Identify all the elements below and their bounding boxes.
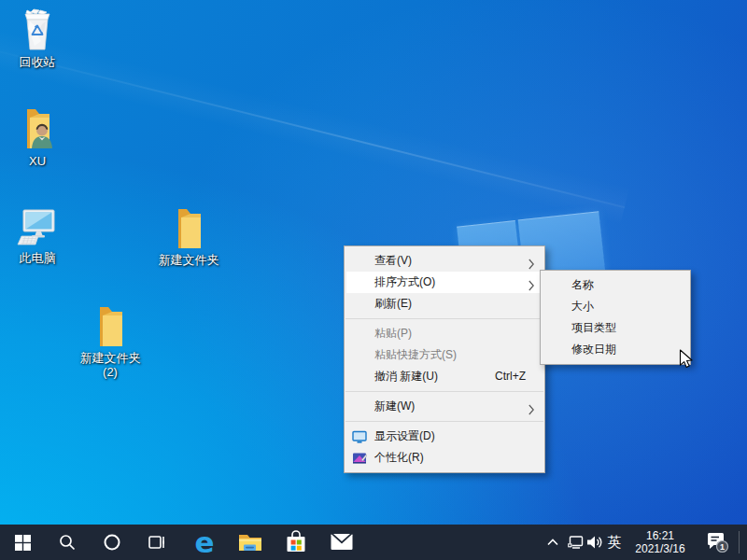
- desktop-icon-recycle-bin[interactable]: 回收站: [2, 7, 73, 69]
- start-button[interactable]: [2, 525, 43, 560]
- search-button[interactable]: [47, 525, 88, 560]
- clock-date: 2021/3/16: [627, 542, 693, 555]
- task-view-button[interactable]: [136, 525, 177, 560]
- volume-icon: [586, 535, 603, 550]
- icon-label: 新建文件夹(2): [80, 351, 141, 379]
- menu-item-undo-new[interactable]: 撤消 新建(U) Ctrl+Z: [345, 366, 544, 387]
- edge-icon: e: [194, 528, 214, 557]
- this-pc-icon: [16, 207, 59, 248]
- icon-label: 此电脑: [20, 251, 56, 265]
- store-button[interactable]: [275, 525, 317, 560]
- sort-by-submenu: 名称 大小 项目类型 修改日期: [540, 270, 691, 365]
- tray-clock[interactable]: 16:21 2021/3/16: [627, 525, 693, 560]
- desktop-icon-xu-folder[interactable]: XU: [2, 105, 73, 168]
- menu-separator: [345, 391, 543, 392]
- cortana-button[interactable]: [92, 525, 133, 560]
- mail-icon: [330, 532, 354, 553]
- menu-item-sort-by[interactable]: 排序方式(O): [345, 272, 544, 293]
- desktop-icon-this-pc[interactable]: 此电脑: [2, 207, 73, 265]
- icon-label: XU: [29, 154, 46, 168]
- menu-item-paste[interactable]: 粘贴(P): [345, 323, 544, 344]
- submenu-item-size[interactable]: 大小: [541, 296, 690, 317]
- submenu-item-date-modified[interactable]: 修改日期: [541, 339, 690, 360]
- network-icon: [567, 535, 584, 550]
- menu-separator: [345, 421, 543, 422]
- shortcut-label: Ctrl+Z: [495, 366, 526, 387]
- folder-icon: [170, 207, 207, 250]
- menu-item-personalize[interactable]: 个性化(R): [345, 447, 544, 469]
- file-explorer-icon: [238, 531, 262, 553]
- store-icon: [285, 530, 307, 554]
- windows-logo-icon: [15, 535, 31, 551]
- desktop-icon-new-folder[interactable]: 新建文件夹: [153, 207, 224, 267]
- tray-ime-indicator[interactable]: 英: [602, 525, 627, 560]
- clock-time: 16:21: [627, 529, 693, 542]
- submenu-arrow-icon: [529, 401, 534, 423]
- chevron-up-icon: [547, 539, 558, 546]
- windows-desktop: 回收站 XU: [0, 0, 747, 560]
- menu-item-paste-shortcut[interactable]: 粘贴快捷方式(S): [345, 344, 544, 366]
- svg-text:1: 1: [720, 542, 725, 552]
- personalize-icon: [352, 451, 367, 466]
- user-folder-icon: [19, 105, 56, 151]
- folder-icon: [92, 305, 129, 348]
- notification-icon: 1: [705, 531, 729, 553]
- mail-button[interactable]: [321, 525, 362, 560]
- icon-label: 新建文件夹: [159, 253, 219, 267]
- show-desktop-button[interactable]: [739, 531, 740, 553]
- display-settings-icon: [352, 429, 367, 444]
- menu-item-new[interactable]: 新建(W): [345, 396, 544, 417]
- action-center-button[interactable]: 1: [698, 525, 736, 560]
- tray-show-hidden-icons[interactable]: [540, 525, 566, 560]
- mouse-cursor: [679, 349, 698, 370]
- recycle-bin-icon: [19, 7, 56, 52]
- file-explorer-button[interactable]: [230, 525, 271, 560]
- cortana-icon: [103, 533, 121, 552]
- desktop-icon-new-folder-2[interactable]: 新建文件夹(2): [75, 305, 146, 379]
- taskbar: e: [0, 525, 747, 560]
- edge-button[interactable]: e: [184, 525, 225, 560]
- submenu-item-name[interactable]: 名称: [541, 274, 690, 296]
- task-view-icon: [148, 533, 166, 552]
- search-icon: [58, 533, 77, 552]
- icon-label: 回收站: [20, 55, 56, 69]
- desktop-context-menu: 查看(V) 排序方式(O) 刷新(E) 粘贴(P) 粘贴快捷方式(S) 撤消 新…: [344, 245, 545, 473]
- menu-item-view[interactable]: 查看(V): [345, 250, 544, 272]
- menu-item-display-settings[interactable]: 显示设置(D): [345, 426, 544, 447]
- menu-separator: [345, 318, 543, 319]
- wallpaper-light-beam: [0, 29, 629, 225]
- menu-item-refresh[interactable]: 刷新(E): [345, 293, 544, 315]
- submenu-item-item-type[interactable]: 项目类型: [541, 317, 690, 339]
